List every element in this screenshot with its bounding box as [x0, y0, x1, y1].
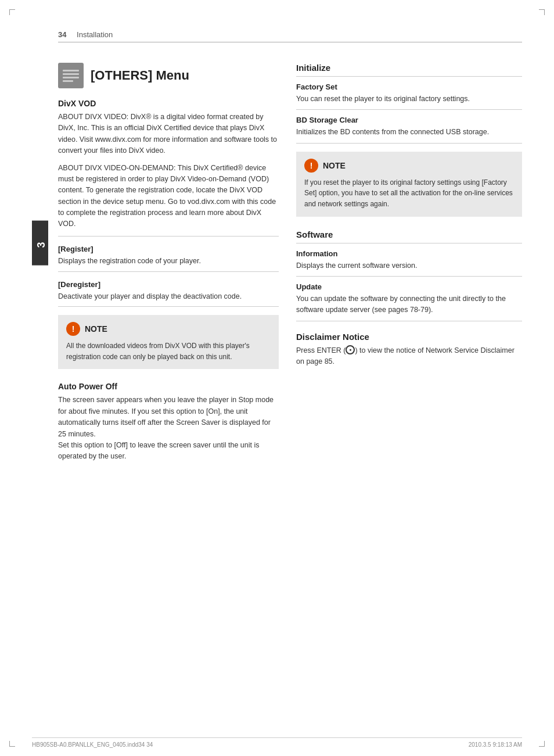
svg-rect-1: [63, 70, 79, 71]
svg-rect-2: [63, 73, 79, 75]
divx-vod-para1: ABOUT DIVX VIDEO: DivX® is a digital vid…: [58, 112, 279, 157]
main-content: [OTHERS] Menu DivX VOD ABOUT DIVX VIDEO:…: [58, 51, 522, 721]
menu-section-header: [OTHERS] Menu: [58, 63, 279, 88]
side-tab-number: 3: [35, 242, 48, 248]
software-update-text: You can update the software by connectin…: [296, 293, 522, 316]
side-tab: 3 Installation: [32, 221, 48, 266]
note-box-factory: ! NOTE If you reset the player to its or…: [296, 152, 522, 217]
svg-rect-3: [63, 77, 79, 78]
top-rule: [58, 42, 522, 42]
svg-rect-4: [63, 80, 73, 82]
page-footer: HB905SB-A0.BPANLLK_ENG_0405.indd34 34 20…: [32, 737, 522, 748]
divider-software-update: [296, 276, 522, 277]
factory-set-text: You can reset the player to its original…: [296, 94, 522, 105]
divider-disclaimer: [296, 321, 522, 321]
side-tab-label: Installation: [50, 228, 57, 259]
software-update-title: Update: [296, 282, 522, 291]
corner-br: [539, 741, 545, 747]
right-column: Initialize Factory Set You can reset the…: [296, 51, 522, 721]
divider-note2: [296, 143, 522, 144]
page-wrapper: 34 Installation 3 Installation: [0, 0, 554, 756]
note-header-divx: ! NOTE: [66, 322, 271, 336]
divider-register: [58, 236, 279, 237]
footer-left: HB905SB-A0.BPANLLK_ENG_0405.indd34 34: [32, 741, 153, 748]
corner-tr: [539, 9, 545, 15]
enter-button-icon: [346, 345, 355, 354]
software-title: Software: [296, 230, 522, 239]
note-text-factory: If you reset the player to its original …: [304, 177, 514, 210]
svg-rect-0: [60, 65, 81, 86]
note-title-divx: NOTE: [85, 324, 107, 334]
corner-bl: [9, 741, 15, 747]
software-info-title: Information: [296, 249, 522, 258]
chapter-title: Installation: [77, 30, 113, 39]
divx-vod-title: DivX VOD: [58, 99, 279, 108]
software-info-text: Displays the current software version.: [296, 260, 522, 271]
note-title-factory: NOTE: [323, 161, 346, 170]
corner-tl: [9, 9, 15, 15]
register-label: [Register]: [58, 245, 279, 253]
bd-storage-title: BD Storage Clear: [296, 116, 522, 124]
menu-section-title: [OTHERS] Menu: [91, 68, 189, 83]
factory-set-title: Factory Set: [296, 83, 522, 91]
divider-factory-set: [296, 76, 522, 77]
divider-note1: [58, 306, 279, 307]
note-header-factory: ! NOTE: [304, 159, 514, 173]
auto-power-off-text: The screen saver appears when you leave …: [58, 395, 279, 462]
note-text-divx: All the downloaded videos from DivX VOD …: [66, 341, 271, 362]
bd-storage-text: Initializes the BD contents from the con…: [296, 127, 522, 138]
initialize-title: Initialize: [296, 63, 522, 73]
divx-vod-para2: ABOUT DIVX VIDEO-ON-DEMAND: This DivX Ce…: [58, 163, 279, 230]
page-header: 34 Installation: [58, 30, 113, 39]
divider-deregister: [58, 271, 279, 272]
note-exclamation-icon: !: [66, 322, 80, 336]
page-number: 34: [58, 30, 66, 39]
disclaimer-text: Press ENTER () to view the notice of Net…: [296, 345, 522, 368]
note-box-divx: ! NOTE All the downloaded videos from Di…: [58, 315, 279, 369]
auto-power-off-title: Auto Power Off: [58, 382, 279, 391]
menu-icon: [58, 63, 84, 88]
divider-bd-storage: [296, 109, 522, 110]
note-exclamation-icon-2: !: [304, 159, 318, 173]
divider-software-info: [296, 243, 522, 243]
register-text: Displays the registration code of your p…: [58, 256, 279, 267]
disclaimer-title: Disclaimer Notice: [296, 332, 522, 342]
deregister-text: Deactivate your player and display the d…: [58, 291, 279, 302]
footer-right: 2010.3.5 9:18:13 AM: [469, 741, 522, 748]
deregister-label: [Deregister]: [58, 280, 279, 289]
left-column: [OTHERS] Menu DivX VOD ABOUT DIVX VIDEO:…: [58, 51, 279, 721]
